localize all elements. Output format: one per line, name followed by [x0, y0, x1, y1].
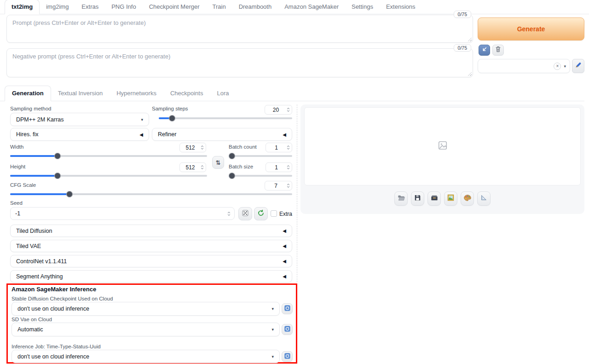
cloud-vae-value: Automatic — [17, 326, 43, 333]
archive-box-icon — [431, 195, 438, 203]
tab-train[interactable]: Train — [206, 0, 232, 14]
refresh-icon — [284, 305, 291, 313]
hires-fix-accordion[interactable]: Hires. fix ◀ — [10, 128, 149, 141]
width-slider[interactable] — [10, 153, 207, 159]
refresh-icon — [284, 352, 291, 361]
hires-fix-label: Hires. fix — [16, 131, 39, 138]
batch-count-slider[interactable] — [229, 153, 292, 159]
segment-anything-accordion[interactable]: Segment Anything ◀ — [10, 270, 292, 283]
column-divider — [297, 104, 297, 282]
tiled-diffusion-accordion[interactable]: Tiled Diffusion ◀ — [10, 225, 292, 237]
sampling-method-label: Sampling method — [10, 106, 52, 111]
tab-amazon-sagemaker[interactable]: Amazon SageMaker — [278, 0, 345, 14]
cfg-scale-value: 7 — [265, 183, 287, 189]
tab-extensions[interactable]: Extensions — [380, 0, 422, 14]
cfg-scale-input[interactable]: 7 — [265, 181, 292, 191]
tab-checkpoint-merger[interactable]: Checkpoint Merger — [143, 0, 206, 14]
sampling-steps-input[interactable]: 20 — [265, 105, 292, 115]
clear-prompt-button[interactable] — [492, 45, 504, 56]
tab-hypernetworks[interactable]: Hypernetworks — [110, 86, 163, 101]
send-to-img2img-button[interactable] — [444, 191, 457, 206]
trash-icon — [495, 46, 501, 54]
tab-png-info[interactable]: PNG Info — [105, 0, 142, 14]
extra-seed-checkbox[interactable] — [271, 210, 277, 217]
seed-value: -1 — [11, 210, 20, 217]
refresh-cloud-vae-button[interactable] — [282, 324, 293, 335]
refresh-icon — [284, 325, 291, 334]
height-slider[interactable] — [10, 173, 207, 179]
image-placeholder-icon — [438, 140, 448, 152]
refresh-inference-job-button[interactable] — [282, 351, 293, 362]
negative-prompt-box — [6, 48, 473, 77]
save-button[interactable] — [411, 191, 424, 206]
tab-settings[interactable]: Settings — [345, 0, 380, 14]
spinner-icon[interactable] — [201, 145, 206, 150]
tiled-vae-accordion[interactable]: Tiled VAE ◀ — [10, 240, 292, 252]
spinner-icon[interactable] — [201, 165, 206, 169]
width-input[interactable]: 512 — [179, 143, 206, 152]
tab-img2img[interactable]: img2img — [40, 0, 75, 14]
prompt-token-counter: 0/75 — [454, 11, 471, 18]
extra-seed-label: Extra — [279, 211, 292, 217]
cloud-checkpoint-value: don't use on cloud inference — [17, 306, 89, 312]
pencil-icon — [575, 62, 582, 70]
negative-prompt-input[interactable] — [7, 49, 473, 77]
refiner-accordion[interactable]: Refiner ◀ — [152, 128, 292, 141]
send-to-extras-button[interactable] — [477, 191, 491, 206]
spinner-icon[interactable] — [287, 108, 292, 112]
batch-size-label: Batch size — [229, 164, 253, 169]
refresh-cloud-checkpoint-button[interactable] — [282, 303, 293, 314]
tab-txt2img[interactable]: txt2img — [5, 0, 40, 14]
tab-extras[interactable]: Extras — [75, 0, 105, 14]
sampling-steps-label: Sampling steps — [152, 106, 188, 111]
spinner-icon[interactable] — [287, 184, 292, 188]
chevron-down-icon: ▾ — [271, 327, 274, 332]
batch-count-input[interactable]: 1 — [266, 143, 292, 152]
tab-dreambooth[interactable]: Dreambooth — [232, 0, 278, 14]
chevron-left-icon: ◀ — [283, 132, 286, 137]
clear-styles-icon[interactable]: × — [554, 63, 561, 70]
swap-dimensions-button[interactable]: ⇅ — [212, 156, 224, 169]
tab-checkpoints[interactable]: Checkpoints — [163, 86, 210, 101]
negative-prompt-token-counter: 0/75 — [454, 44, 471, 52]
styles-dropdown[interactable]: × ▾ — [478, 59, 570, 73]
reuse-seed-button[interactable] — [254, 207, 268, 220]
tab-generation[interactable]: Generation — [5, 86, 51, 101]
cloud-vae-select[interactable]: Automatic ▾ — [12, 323, 280, 336]
edit-styles-button[interactable] — [572, 59, 584, 73]
spinner-icon[interactable] — [227, 212, 234, 216]
prompt-input[interactable] — [7, 15, 473, 42]
batch-size-slider[interactable] — [229, 173, 292, 179]
generate-button[interactable]: Generate — [478, 17, 584, 40]
save-zip-button[interactable] — [427, 191, 441, 206]
sagemaker-inference-section: Amazon SageMaker Inference Stable Diffus… — [6, 283, 297, 364]
spinner-icon[interactable] — [287, 165, 292, 169]
width-label: Width — [10, 144, 23, 150]
chevron-left-icon: ◀ — [283, 228, 286, 233]
sampling-method-select[interactable]: DPM++ 2M Karras ▾ — [10, 113, 149, 126]
height-input[interactable]: 512 — [179, 162, 206, 172]
negative-prompt-container: 0/75 — [6, 48, 473, 77]
spinner-icon[interactable] — [287, 145, 292, 150]
result-toolbar — [300, 191, 584, 206]
paste-generation-params-button[interactable] — [479, 45, 490, 56]
chevron-down-icon[interactable]: ▾ — [564, 64, 566, 69]
seed-input[interactable]: -1 — [10, 207, 235, 220]
tab-lora[interactable]: Lora — [210, 86, 236, 101]
palette-icon — [464, 195, 471, 203]
sampling-steps-slider[interactable] — [159, 115, 292, 121]
batch-size-input[interactable]: 1 — [266, 162, 292, 172]
cloud-checkpoint-select[interactable]: don't use on cloud inference ▾ — [12, 302, 280, 316]
inference-job-select[interactable]: don't use on cloud inference ▾ — [12, 350, 280, 363]
folder-icon — [398, 195, 405, 203]
open-folder-button[interactable] — [394, 191, 408, 206]
send-to-inpaint-button[interactable] — [461, 191, 474, 206]
controlnet-accordion[interactable]: ControlNet v1.1.411 ◀ — [10, 255, 292, 267]
result-panel — [300, 104, 584, 214]
swap-arrows-icon: ⇅ — [216, 159, 221, 166]
result-image-area[interactable] — [304, 107, 581, 185]
tab-textual-inversion[interactable]: Textual Inversion — [51, 86, 110, 101]
random-seed-button[interactable] — [238, 207, 252, 220]
cloud-checkpoint-label: Stable Diffusion Checkpoint Used on Clou… — [12, 296, 113, 301]
cfg-scale-slider[interactable] — [10, 191, 292, 197]
